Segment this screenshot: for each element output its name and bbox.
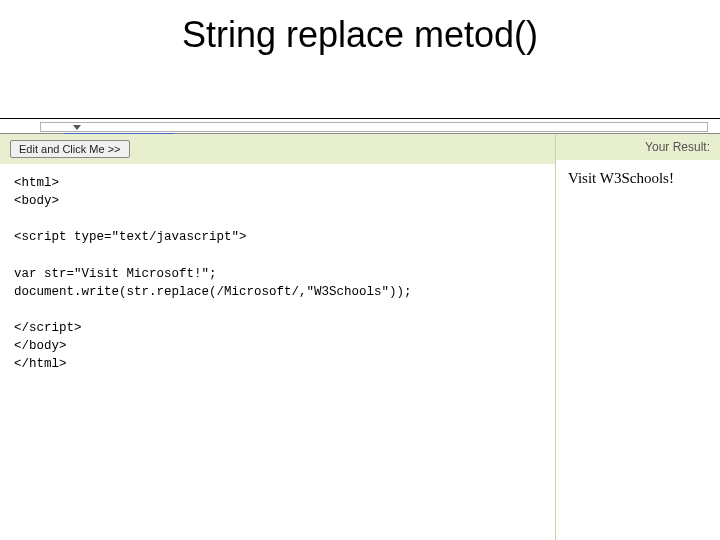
dropdown-icon [73,125,81,130]
code-panel: Edit and Click Me >> <html> <body> <scri… [0,134,556,540]
editor-area: Edit and Click Me >> <html> <body> <scri… [0,134,720,540]
result-output: Visit W3Schools! [556,160,720,406]
code-textarea[interactable]: <html> <body> <script type="text/javascr… [0,164,555,406]
edit-and-run-button[interactable]: Edit and Click Me >> [10,140,130,158]
browser-toolbar [0,118,720,134]
result-panel-header: Your Result: [556,134,720,160]
code-panel-header: Edit and Click Me >> [0,134,555,164]
slide-title: String replace metod() [0,14,720,56]
result-panel: Your Result: Visit W3Schools! [556,134,720,540]
